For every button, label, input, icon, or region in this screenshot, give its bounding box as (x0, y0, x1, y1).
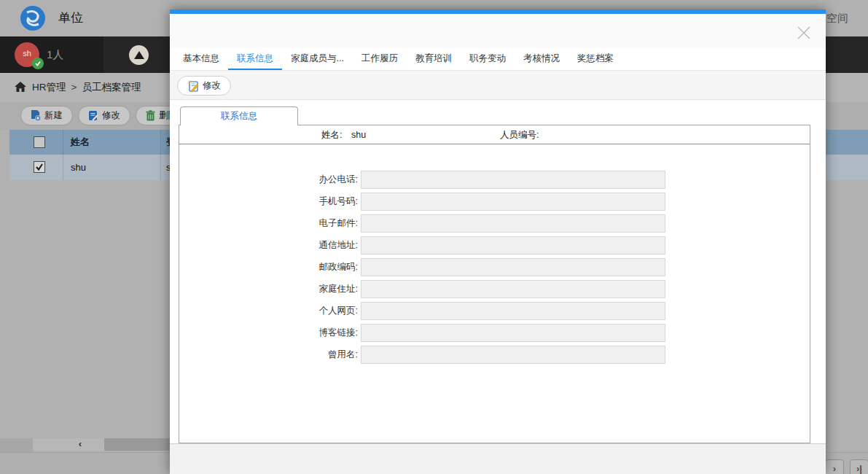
modal-toolbar: 修改 (170, 71, 826, 100)
edit-icon (88, 110, 98, 121)
contact-info-panel: 姓名: shu 人员编号: 办公电话:手机号码:电子邮件:通信地址:邮政编码:家… (179, 125, 810, 443)
breadcrumb-item-hr[interactable]: HR管理 (32, 82, 66, 93)
form-row-3: 通信地址: (179, 236, 810, 255)
field-input[interactable] (361, 214, 665, 233)
new-document-icon (31, 110, 41, 121)
field-label: 邮政编码: (179, 258, 361, 276)
new-button[interactable]: 新建 (20, 106, 73, 125)
modal-tab-5[interactable]: 职务变动 (461, 48, 515, 70)
modal-modify-button[interactable]: 修改 (177, 76, 231, 96)
field-input[interactable] (361, 324, 665, 342)
modal-footer (170, 443, 826, 474)
field-label: 手机号码: (179, 193, 361, 211)
field-label: 曾用名: (179, 346, 361, 364)
breadcrumb: HR管理>员工档案管理 (32, 73, 141, 102)
form-row-7: 博客链接: (179, 324, 810, 342)
modal-tab-1[interactable]: 联系信息 (228, 48, 282, 70)
modal-tab-6[interactable]: 考核情况 (515, 48, 568, 70)
workspace-link[interactable]: 空间 (826, 12, 848, 26)
form-row-5: 家庭住址: (179, 280, 810, 298)
breadcrumb-separator: > (71, 82, 77, 93)
field-label: 个人网页: (179, 302, 361, 320)
dialog-header (170, 14, 826, 48)
employee-id-label: 人员编号: (500, 125, 539, 144)
employee-detail-dialog: 基本信息联系信息家庭成员与...工作履历教育培训职务变动考核情况奖惩档案 修改 … (170, 9, 826, 474)
field-input[interactable] (361, 302, 665, 320)
field-input[interactable] (361, 258, 665, 276)
home-icon[interactable] (15, 82, 26, 93)
form-row-1: 手机号码: (179, 193, 810, 211)
modal-modify-label: 修改 (203, 79, 221, 92)
form-row-4: 邮政编码: (179, 258, 810, 276)
cell-name: shu (71, 155, 86, 180)
field-input[interactable] (361, 171, 665, 189)
edit-note-icon (187, 80, 199, 92)
field-label: 办公电话: (179, 171, 361, 189)
modal-tab-2[interactable]: 家庭成员与... (282, 48, 353, 70)
contact-form: 办公电话:手机号码:电子邮件:通信地址:邮政编码:家庭住址:个人网页:博客链接:… (179, 144, 810, 364)
field-input[interactable] (361, 346, 665, 364)
employee-summary-row: 姓名: shu 人员编号: (179, 125, 810, 144)
column-divider (160, 155, 161, 180)
breadcrumb-item-archive[interactable]: 员工档案管理 (82, 82, 141, 93)
column-header-name[interactable]: 姓名 (71, 130, 90, 155)
column-divider (63, 130, 63, 155)
trash-icon (146, 110, 155, 121)
field-input[interactable] (361, 193, 665, 211)
scroll-left-arrow-icon[interactable]: ‹ (69, 438, 91, 450)
row-checkbox[interactable] (34, 161, 45, 173)
up-arrow-icon (134, 51, 144, 59)
form-row-0: 办公电话: (179, 171, 810, 189)
scroll-top-button[interactable] (129, 45, 149, 65)
modal-tab-0[interactable]: 基本信息 (174, 48, 228, 70)
field-label: 电子邮件: (179, 214, 361, 233)
next-page-button[interactable]: › (825, 459, 844, 474)
app-logo-icon (20, 5, 46, 31)
field-label: 家庭住址: (179, 280, 361, 298)
modal-tab-7[interactable]: 奖惩档案 (568, 48, 622, 70)
form-row-2: 电子邮件: (179, 214, 810, 233)
name-value: shu (351, 125, 366, 144)
field-input[interactable] (361, 280, 665, 298)
last-page-button[interactable]: ›| (850, 459, 868, 474)
field-label: 通信地址: (179, 236, 361, 255)
online-count-label: 1人 (47, 36, 63, 73)
modal-content: 联系信息 姓名: shu 人员编号: 办公电话:手机号码:电子邮件:通信地址:邮… (170, 100, 826, 443)
close-icon[interactable] (795, 24, 813, 42)
column-divider (63, 155, 63, 180)
column-divider (160, 130, 161, 155)
modal-tab-3[interactable]: 工作履历 (353, 48, 407, 70)
field-input[interactable] (361, 236, 665, 255)
name-label: 姓名: (321, 125, 342, 144)
company-title: 单位 (58, 0, 83, 36)
contact-info-tab[interactable]: 联系信息 (180, 106, 298, 125)
new-button-label: 新建 (44, 109, 63, 122)
modify-button-label: 修改 (102, 109, 120, 122)
form-row-8: 曾用名: (179, 346, 810, 364)
modal-tab-4[interactable]: 教育培训 (407, 48, 461, 70)
modal-tab-bar: 基本信息联系信息家庭成员与...工作履历教育培训职务变动考核情况奖惩档案 (170, 48, 826, 71)
form-row-6: 个人网页: (179, 302, 810, 320)
online-status-badge (32, 58, 44, 69)
modify-button[interactable]: 修改 (78, 106, 130, 125)
select-all-checkbox[interactable] (34, 136, 45, 148)
field-label: 博客链接: (179, 324, 361, 342)
